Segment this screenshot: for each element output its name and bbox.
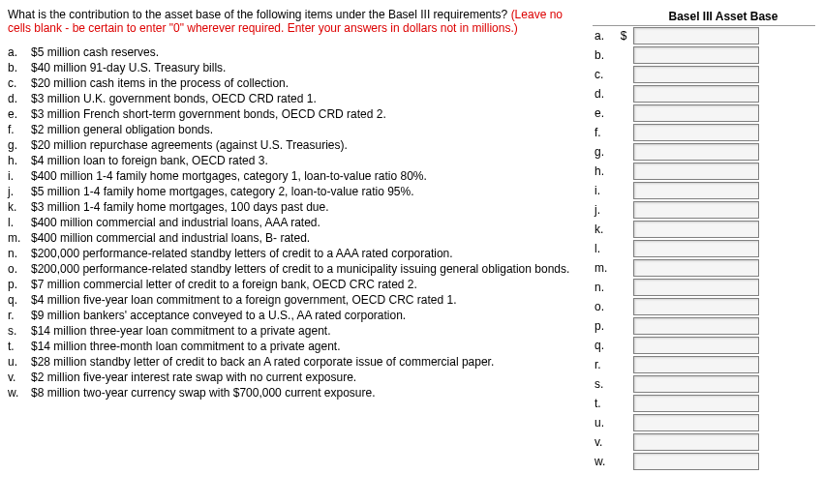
item-row: c.$20 million cash items in the process …	[8, 75, 569, 91]
answer-row: i.	[593, 181, 815, 200]
item-text: $5 million 1-4 family home mortgages, ca…	[31, 184, 569, 199]
dollar-sign	[616, 297, 631, 316]
answer-input[interactable]	[633, 414, 759, 431]
dollar-sign	[616, 162, 631, 181]
item-text: $400 million commercial and industrial l…	[31, 230, 569, 246]
item-text: $400 million 1-4 family home mortgages, …	[31, 168, 569, 184]
answer-input[interactable]	[633, 375, 759, 393]
item-text: $9 million bankers' acceptance conveyed …	[31, 308, 569, 323]
dollar-sign	[616, 316, 631, 336]
item-text: $14 million three-month loan commitment …	[31, 339, 569, 354]
item-row: i.$400 million 1-4 family home mortgages…	[8, 168, 569, 184]
dollar-sign	[616, 65, 631, 84]
item-row: l.$400 million commercial and industrial…	[8, 215, 569, 230]
item-row: b.$40 million 91-day U.S. Treasury bills…	[8, 60, 569, 75]
item-letter: e.	[8, 106, 31, 122]
answer-letter: j.	[593, 200, 616, 220]
item-text: $3 million U.K. government bonds, OECD C…	[31, 91, 569, 106]
answer-input[interactable]	[633, 453, 759, 470]
answer-row: u.	[593, 413, 815, 432]
item-text: $2 million five-year interest rate swap …	[31, 370, 569, 385]
answer-input[interactable]	[633, 46, 759, 64]
dollar-sign	[616, 432, 631, 452]
answer-letter: q.	[593, 336, 616, 355]
item-row: s.$14 million three-year loan commitment…	[8, 323, 569, 339]
answer-row: w.	[593, 452, 815, 471]
answer-input[interactable]	[633, 201, 759, 219]
answer-row: d.	[593, 84, 815, 104]
answer-input[interactable]	[633, 259, 759, 277]
dollar-sign	[616, 200, 631, 220]
answer-input[interactable]	[633, 240, 759, 257]
item-text: $40 million 91-day U.S. Treasury bills.	[31, 60, 569, 75]
answer-row: l.	[593, 239, 815, 258]
answer-row: p.	[593, 316, 815, 336]
dollar-sign	[616, 220, 631, 239]
answer-input[interactable]	[633, 337, 759, 354]
answer-row: t.	[593, 394, 815, 413]
item-row: g.$20 million repurchase agreements (aga…	[8, 137, 569, 153]
answer-header: Basel III Asset Base	[631, 8, 815, 26]
answer-input[interactable]	[633, 124, 759, 141]
item-row: t.$14 million three-month loan commitmen…	[8, 339, 569, 354]
answer-input[interactable]	[633, 298, 759, 315]
answer-row: f.	[593, 123, 815, 142]
item-letter: o.	[8, 261, 31, 277]
dollar-sign: $	[616, 26, 631, 46]
item-row: w.$8 million two-year currency swap with…	[8, 385, 569, 400]
answer-input[interactable]	[633, 27, 759, 44]
item-row: o.$200,000 performance-related standby l…	[8, 261, 569, 277]
answer-input[interactable]	[633, 317, 759, 335]
answer-letter: c.	[593, 65, 616, 84]
item-letter: i.	[8, 168, 31, 184]
item-text: $200,000 performance-related standby let…	[31, 246, 569, 261]
answer-input[interactable]	[633, 85, 759, 103]
dollar-sign	[616, 394, 631, 413]
answer-letter: f.	[593, 123, 616, 142]
answer-input[interactable]	[633, 279, 759, 296]
item-letter: f.	[8, 122, 31, 137]
answer-tbody: a.$b.c.d.e.f.g.h.i.j.k.l.m.n.o.p.q.r.s.t…	[593, 26, 815, 472]
answer-row: h.	[593, 162, 815, 181]
answer-input[interactable]	[633, 104, 759, 122]
dollar-sign	[616, 123, 631, 142]
dollar-sign	[616, 142, 631, 162]
answer-input[interactable]	[633, 221, 759, 238]
answer-input[interactable]	[633, 143, 759, 161]
answer-input[interactable]	[633, 356, 759, 373]
answer-input[interactable]	[633, 433, 759, 451]
dollar-sign	[616, 355, 631, 374]
item-row: r.$9 million bankers' acceptance conveye…	[8, 308, 569, 323]
answer-input[interactable]	[633, 395, 759, 412]
answer-input[interactable]	[633, 163, 759, 180]
dollar-sign	[616, 181, 631, 200]
answer-row: j.	[593, 200, 815, 220]
item-text: $400 million commercial and industrial l…	[31, 215, 569, 230]
item-row: m.$400 million commercial and industrial…	[8, 230, 569, 246]
item-text: $20 million cash items in the process of…	[31, 75, 569, 91]
answer-input[interactable]	[633, 182, 759, 199]
item-row: e.$3 million French short-term governmen…	[8, 106, 569, 122]
item-row: n.$200,000 performance-related standby l…	[8, 246, 569, 261]
dollar-sign	[616, 104, 631, 123]
item-letter: t.	[8, 339, 31, 354]
item-text: $28 million standby letter of credit to …	[31, 354, 569, 370]
answer-row: r.	[593, 355, 815, 374]
item-letter: b.	[8, 60, 31, 75]
item-letter: h.	[8, 153, 31, 168]
answer-letter: a.	[593, 26, 616, 46]
answer-letter: h.	[593, 162, 616, 181]
answer-row: m.	[593, 258, 815, 278]
answer-input[interactable]	[633, 66, 759, 83]
item-letter: g.	[8, 137, 31, 153]
item-text: $4 million five-year loan commitment to …	[31, 292, 569, 308]
dollar-sign	[616, 374, 631, 394]
answer-row: v.	[593, 432, 815, 452]
question-main: What is the contribution to the asset ba…	[8, 8, 511, 21]
item-row: f.$2 million general obligation bonds.	[8, 122, 569, 137]
answer-letter: l.	[593, 239, 616, 258]
item-text: $200,000 performance-related standby let…	[31, 261, 569, 277]
item-text: $2 million general obligation bonds.	[31, 122, 569, 137]
item-letter: m.	[8, 230, 31, 246]
item-row: p.$7 million commercial letter of credit…	[8, 277, 569, 292]
